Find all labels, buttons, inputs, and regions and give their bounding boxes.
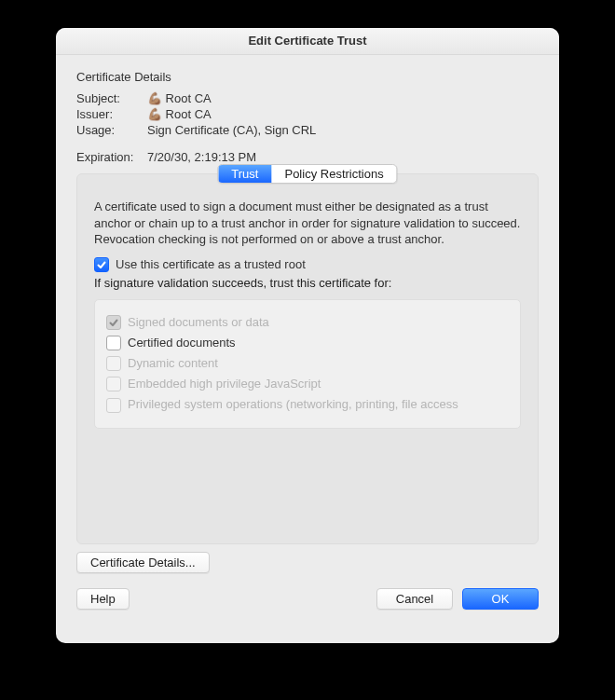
- checkbox-embedded-js: Embedded high privilege JavaScript: [106, 377, 509, 391]
- window-content: Certificate Details Subject: 💪🏽 Root CA …: [56, 55, 559, 610]
- checkbox-use-trusted-root[interactable]: Use this certificate as a trusted root: [94, 257, 521, 272]
- trust-panel: Trust Policy Restrictions A certificate …: [76, 173, 539, 544]
- usage-value: Sign Certificate (CA), Sign CRL: [147, 123, 539, 137]
- row-usage: Usage: Sign Certificate (CA), Sign CRL: [76, 123, 539, 137]
- tab-bar: Trust Policy Restrictions: [217, 164, 397, 184]
- certificate-details-button[interactable]: Certificate Details...: [76, 552, 210, 573]
- checkbox-icon: [106, 356, 121, 371]
- help-button[interactable]: Help: [76, 588, 130, 610]
- expiration-label: Expiration:: [76, 150, 147, 164]
- section-heading: Certificate Details: [76, 70, 539, 84]
- embedded-js-label: Embedded high privilege JavaScript: [128, 377, 321, 391]
- use-trusted-root-label: Use this certificate as a trusted root: [116, 257, 306, 271]
- checkbox-icon: [106, 377, 121, 391]
- row-subject: Subject: 💪🏽 Root CA: [76, 91, 539, 105]
- checkbox-icon: [106, 336, 121, 350]
- issuer-value: 💪🏽 Root CA: [147, 107, 539, 121]
- ok-button[interactable]: OK: [462, 588, 539, 610]
- subject-value: 💪🏽 Root CA: [147, 91, 539, 105]
- checkbox-privileged-ops: Privileged system operations (networking…: [106, 397, 509, 413]
- row-issuer: Issuer: 💪🏽 Root CA: [76, 107, 539, 121]
- privileged-ops-label: Privileged system operations (networking…: [128, 397, 458, 411]
- checkbox-icon: [106, 398, 121, 413]
- dynamic-content-label: Dynamic content: [128, 356, 218, 370]
- footer: Help Cancel OK: [76, 588, 539, 610]
- usage-label: Usage:: [76, 123, 147, 137]
- tab-trust[interactable]: Trust: [218, 165, 271, 183]
- issuer-label: Issuer:: [76, 107, 147, 121]
- certified-documents-label: Certified documents: [128, 336, 236, 350]
- checkbox-certified-documents[interactable]: Certified documents: [106, 336, 509, 350]
- window-title: Edit Certificate Trust: [56, 28, 559, 55]
- check-icon: [94, 257, 109, 272]
- subject-label: Subject:: [76, 91, 147, 105]
- expiration-value: 7/20/30, 2:19:13 PM: [147, 150, 539, 164]
- cancel-button[interactable]: Cancel: [376, 588, 453, 610]
- if-succeeds-label: If signature validation succeeds, trust …: [94, 276, 521, 290]
- trust-description: A certificate used to sign a document mu…: [94, 199, 521, 248]
- checkbox-dynamic-content: Dynamic content: [106, 356, 509, 371]
- checkbox-signed-documents: Signed documents or data: [106, 315, 509, 330]
- row-expiration: Expiration: 7/20/30, 2:19:13 PM: [76, 150, 539, 164]
- details-row: Certificate Details...: [76, 552, 539, 573]
- footer-right: Cancel OK: [376, 588, 539, 610]
- signed-documents-label: Signed documents or data: [128, 315, 269, 329]
- tab-policy-restrictions[interactable]: Policy Restrictions: [271, 165, 396, 183]
- edit-certificate-trust-window: Edit Certificate Trust Certificate Detai…: [56, 28, 559, 643]
- trust-for-list: Signed documents or data Certified docum…: [94, 299, 521, 429]
- check-icon: [106, 315, 121, 330]
